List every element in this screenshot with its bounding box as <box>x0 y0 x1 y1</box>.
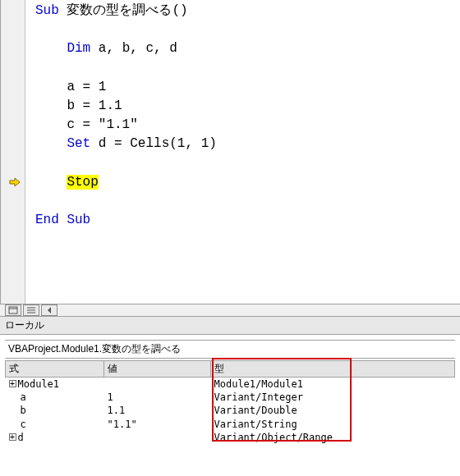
code-line[interactable]: c = "1.1" <box>35 116 450 135</box>
locals-cell-value: 1 <box>104 391 211 404</box>
code-line[interactable]: a = 1 <box>35 78 450 97</box>
expand-icon[interactable]: + <box>9 380 16 387</box>
code-line[interactable] <box>35 21 450 39</box>
locals-title: ローカル <box>0 317 460 335</box>
locals-table[interactable]: 式 値 型 +Module1Module1/Module1a1Variant/I… <box>5 360 455 444</box>
view-procedure-button[interactable] <box>23 304 39 316</box>
code-editor-pane[interactable]: Sub 変数の型を調べる() Dim a, b, c, d a = 1 b = … <box>0 0 460 304</box>
locals-row[interactable]: +Module1Module1/Module1 <box>6 378 455 391</box>
locals-cell-expression: c <box>6 418 104 431</box>
locals-cell-type: Variant/Double <box>211 404 455 417</box>
svg-marker-6 <box>48 307 51 314</box>
locals-row[interactable]: +dVariant/Object/Range <box>6 431 455 444</box>
locals-cell-value <box>104 431 211 444</box>
code-line[interactable]: Sub 変数の型を調べる() <box>35 2 450 21</box>
locals-cell-type: Variant/String <box>211 418 455 431</box>
locals-row[interactable]: b1.1Variant/Double <box>6 404 455 417</box>
locals-cell-expression: b <box>6 404 104 417</box>
locals-col-expression[interactable]: 式 <box>6 361 104 378</box>
locals-cell-expression: a <box>6 391 104 404</box>
locals-cell-value: 1.1 <box>104 404 211 417</box>
locals-context: VBAProject.Module1.変数の型を調べる <box>5 340 455 359</box>
execution-pointer-icon <box>9 176 21 188</box>
scroll-left-button[interactable] <box>41 304 58 316</box>
view-full-module-button[interactable] <box>5 304 21 316</box>
locals-cell-value: "1.1" <box>104 418 211 431</box>
expand-icon[interactable]: + <box>9 433 16 441</box>
locals-col-type[interactable]: 型 <box>211 361 455 378</box>
svg-rect-1 <box>9 307 17 314</box>
locals-col-value[interactable]: 値 <box>104 361 211 378</box>
code-line[interactable] <box>35 59 450 78</box>
code-gutter <box>1 0 25 304</box>
locals-window: ローカル VBAProject.Module1.変数の型を調べる 式 値 型 +… <box>0 317 460 476</box>
code-line[interactable]: Dim a, b, c, d <box>35 39 450 58</box>
code-line[interactable]: Stop <box>35 173 450 192</box>
locals-cell-expression: +Module1 <box>6 378 104 391</box>
code-line[interactable]: b = 1.1 <box>35 97 450 116</box>
locals-cell-expression: +d <box>6 431 104 444</box>
stop-statement: Stop <box>67 175 98 190</box>
locals-row[interactable]: c"1.1"Variant/String <box>6 418 455 431</box>
locals-cell-type: Module1/Module1 <box>211 378 455 391</box>
locals-cell-type: Variant/Integer <box>211 391 455 404</box>
code-line[interactable] <box>35 154 450 173</box>
locals-cell-value <box>104 378 211 391</box>
code-line[interactable]: End Sub <box>35 211 450 230</box>
editor-splitter[interactable] <box>0 304 460 317</box>
code-line[interactable] <box>35 192 450 211</box>
locals-row[interactable]: a1Variant/Integer <box>6 391 455 404</box>
code-line[interactable]: Set d = Cells(1, 1) <box>35 135 450 153</box>
locals-cell-type: Variant/Object/Range <box>211 431 455 444</box>
code-content[interactable]: Sub 変数の型を調べる() Dim a, b, c, d a = 1 b = … <box>25 0 460 231</box>
svg-marker-0 <box>10 178 20 186</box>
